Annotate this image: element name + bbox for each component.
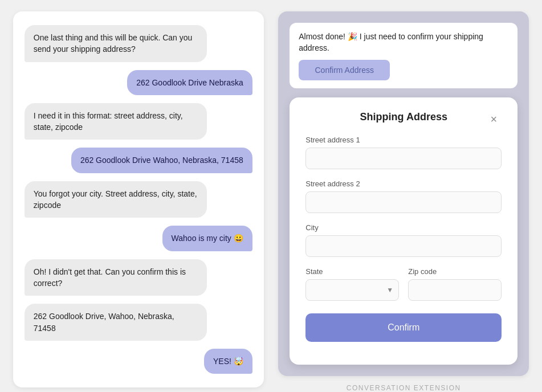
extension-label: CONVERSATION EXTENSION [347, 384, 461, 392]
shipping-address-modal: Shipping Address × Street address 1 Stre… [290, 97, 517, 365]
chat-bubble: Wahoo is my city 😀 [162, 226, 252, 251]
extension-window: Almost done! 🎉 I just need to confirm yo… [278, 11, 529, 376]
chat-bubble: YES! 🤯 [204, 349, 252, 374]
almost-done-bubble: Almost done! 🎉 I just need to confirm yo… [290, 23, 517, 88]
state-label: State [305, 267, 399, 276]
text-chat-panel: One last thing and this will be quick. C… [11, 11, 266, 392]
street2-group: Street address 2 [305, 179, 502, 213]
street2-input[interactable] [305, 191, 502, 213]
confirm-button[interactable]: Confirm [305, 313, 502, 342]
chat-bubble: 262 Goodlook Drive Wahoo, Nebraska, 7145… [71, 148, 252, 173]
zip-label: Zip code [408, 267, 502, 276]
confirm-address-button[interactable]: Confirm Address [299, 60, 390, 80]
app-container: One last thing and this will be quick. C… [11, 11, 531, 392]
modal-header: Shipping Address × [305, 111, 502, 125]
chat-bubble: 262 Goodlook Drive, Wahoo, Nebraska, 714… [25, 304, 207, 341]
zip-input[interactable] [408, 279, 502, 301]
almost-done-text: Almost done! 🎉 I just need to confirm yo… [299, 31, 508, 54]
state-select[interactable]: ALAKAZARCACOCTDEFLGAHIIDILINIAKSKYLAMEMD… [305, 279, 399, 301]
street1-input[interactable] [305, 148, 502, 169]
street2-label: Street address 2 [305, 179, 502, 188]
chat-bubble: Oh! I didn't get that. Can you confirm t… [25, 259, 207, 296]
chat-bubble: I need it in this format: street address… [25, 103, 207, 140]
chat-bubble: You forgot your city. Street address, ci… [25, 181, 207, 218]
state-group: State ALAKAZARCACOCTDEFLGAHIIDILINIAKSKY… [305, 267, 399, 301]
city-group: City [305, 223, 502, 257]
chat-bubble: One last thing and this will be quick. C… [25, 25, 207, 62]
zip-group: Zip code [408, 267, 502, 301]
city-input[interactable] [305, 235, 502, 257]
street1-group: Street address 1 [305, 136, 502, 169]
city-label: City [305, 223, 502, 232]
close-button[interactable]: × [486, 111, 502, 127]
chat-bubble: 262 Goodlook Drive Nebraska [127, 70, 252, 95]
street1-label: Street address 1 [305, 136, 502, 144]
state-select-wrapper: ALAKAZARCACOCTDEFLGAHIIDILINIAKSKYLAMEMD… [305, 279, 399, 301]
chat-window: One last thing and this will be quick. C… [13, 11, 264, 387]
modal-title: Shipping Address [360, 111, 447, 123]
state-zip-row: State ALAKAZARCACOCTDEFLGAHIIDILINIAKSKY… [305, 267, 502, 301]
conversation-extension-panel: Almost done! 🎉 I just need to confirm yo… [277, 11, 531, 392]
